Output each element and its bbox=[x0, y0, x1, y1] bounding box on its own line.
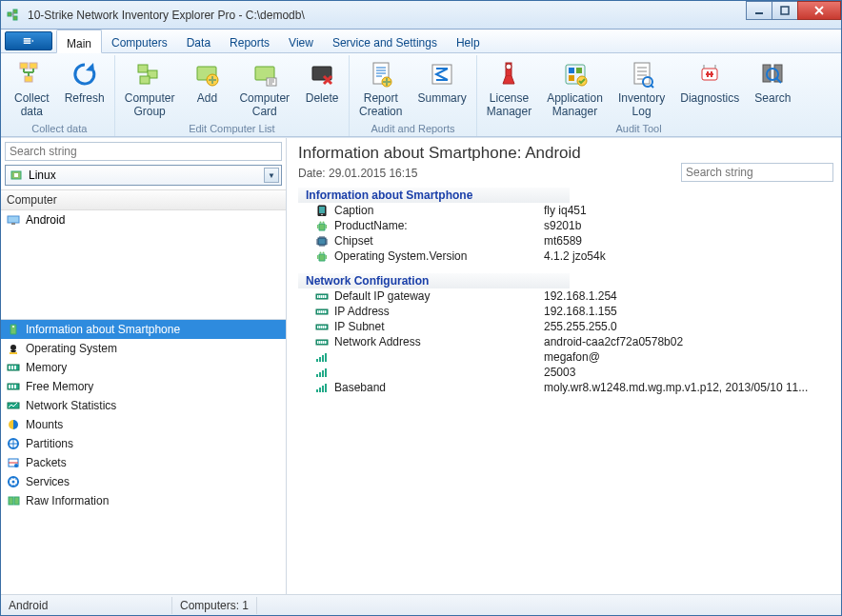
ribbon-label: Card bbox=[252, 105, 277, 118]
minimize-button[interactable] bbox=[746, 1, 772, 20]
group-combo[interactable]: Linux ▼ bbox=[5, 165, 282, 186]
svg-rect-6 bbox=[24, 40, 31, 42]
tab-help[interactable]: Help bbox=[447, 30, 490, 52]
svg-rect-10 bbox=[25, 76, 32, 82]
tab-main[interactable]: Main bbox=[56, 30, 102, 53]
appmgr-button[interactable]: ApplicationManager bbox=[541, 55, 609, 120]
license-button[interactable]: LicenseManager bbox=[481, 55, 537, 120]
tab-view[interactable]: View bbox=[279, 30, 323, 52]
section-title: Network Configuration bbox=[306, 274, 429, 288]
svg-rect-95 bbox=[321, 326, 323, 328]
property-row[interactable]: IP Address192.168.1.155 bbox=[298, 304, 833, 319]
category-item[interactable]: Raw Information bbox=[1, 491, 286, 510]
property-value: mt6589 bbox=[544, 234, 833, 248]
monitor-icon bbox=[7, 215, 20, 225]
section-header[interactable]: Network Configuration bbox=[298, 273, 570, 288]
summary-button[interactable]: Summary bbox=[411, 55, 471, 107]
diag-button[interactable]: Diagnostics bbox=[674, 55, 745, 107]
refresh-button[interactable]: Refresh bbox=[59, 55, 110, 107]
ribbon-label: data bbox=[21, 105, 43, 118]
property-row[interactable]: ProductName:s9201b bbox=[298, 218, 833, 233]
property-key: Baseband bbox=[334, 381, 544, 394]
svg-rect-8 bbox=[20, 63, 28, 69]
maximize-button[interactable] bbox=[772, 1, 798, 20]
right-search-input[interactable] bbox=[681, 163, 833, 182]
tree-item[interactable]: Android bbox=[1, 210, 286, 229]
column-header-computer[interactable]: Computer bbox=[1, 189, 286, 210]
tab-reports[interactable]: Reports bbox=[220, 30, 279, 52]
svg-rect-37 bbox=[8, 216, 19, 223]
search-icon bbox=[757, 59, 788, 89]
property-row[interactable]: megafon@ bbox=[298, 349, 833, 365]
svg-rect-96 bbox=[323, 326, 325, 328]
category-item[interactable]: Information about Smartphone bbox=[1, 320, 286, 339]
property-row[interactable]: Default IP gateway192.168.1.254 bbox=[298, 288, 833, 304]
tab-data[interactable]: Data bbox=[177, 30, 220, 52]
ribbon-label: Add bbox=[197, 91, 217, 105]
svg-point-53 bbox=[14, 464, 18, 467]
property-row[interactable]: Chipsetmt6589 bbox=[298, 233, 833, 248]
property-row[interactable]: IP Subnet255.255.255.0 bbox=[298, 319, 833, 334]
property-row[interactable]: Basebandmoly.wr8.w1248.md.wg.mp.v1.p12, … bbox=[298, 380, 833, 395]
category-item[interactable]: Services bbox=[1, 472, 286, 491]
property-row[interactable]: Operating System.Version4.1.2 jzo54k bbox=[298, 248, 833, 264]
file-menu-button[interactable] bbox=[5, 31, 52, 50]
category-item[interactable]: Operating System bbox=[1, 339, 286, 358]
tab-service-and-settings[interactable]: Service and Settings bbox=[323, 30, 447, 52]
category-item[interactable]: Partitions bbox=[1, 434, 286, 453]
svg-point-70 bbox=[320, 252, 322, 254]
svg-point-55 bbox=[12, 481, 15, 484]
svg-rect-106 bbox=[322, 355, 324, 362]
svg-rect-68 bbox=[326, 225, 328, 229]
ribbon: CollectdataRefreshCollect dataComputerGr… bbox=[1, 53, 841, 137]
add-icon bbox=[191, 59, 222, 89]
svg-rect-88 bbox=[319, 310, 321, 313]
svg-rect-94 bbox=[319, 326, 321, 328]
svg-rect-1 bbox=[13, 10, 17, 13]
category-item[interactable]: Memory bbox=[1, 358, 286, 377]
close-button[interactable] bbox=[797, 1, 841, 20]
property-key: Default IP gateway bbox=[334, 289, 544, 303]
svg-rect-93 bbox=[317, 326, 319, 328]
property-row[interactable]: Network Addressandroid-caa2cf72a0578b02 bbox=[298, 334, 833, 349]
ribbon-group-collect-data: CollectdataRefreshCollect data bbox=[5, 55, 115, 136]
chevron-down-icon[interactable]: ▼ bbox=[264, 168, 279, 183]
ribbon-group-edit-computer-list: ComputerGroupAddComputerCardDeleteEdit C… bbox=[115, 55, 350, 136]
category-item[interactable]: Free Memory bbox=[1, 377, 286, 396]
property-value: fly iq451 bbox=[544, 204, 833, 217]
report-button[interactable]: ReportCreation bbox=[353, 55, 408, 120]
ribbon-label: Inventory bbox=[618, 91, 665, 105]
group-button[interactable]: ComputerGroup bbox=[119, 55, 181, 120]
category-label: Packets bbox=[26, 456, 67, 469]
summary-icon bbox=[427, 59, 457, 89]
property-row[interactable]: 25003 bbox=[298, 365, 833, 380]
property-key: IP Subnet bbox=[334, 320, 544, 333]
collect-button[interactable]: Collectdata bbox=[9, 55, 55, 120]
category-item[interactable]: Network Statistics bbox=[1, 396, 286, 415]
category-item[interactable]: Mounts bbox=[1, 415, 286, 434]
card-button[interactable]: ComputerCard bbox=[233, 55, 295, 120]
section-header[interactable]: Information about Smartphone bbox=[298, 188, 570, 203]
add-button[interactable]: Add bbox=[184, 55, 230, 107]
left-search-input[interactable] bbox=[5, 142, 282, 161]
svg-point-65 bbox=[320, 222, 322, 224]
category-label: Operating System bbox=[26, 342, 117, 355]
row-icon bbox=[315, 367, 329, 378]
menubar: MainComputersDataReportsViewService and … bbox=[1, 30, 841, 53]
property-row[interactable]: Captionfly iq451 bbox=[298, 203, 833, 218]
search-button[interactable]: Search bbox=[749, 55, 796, 107]
delete-button[interactable]: Delete bbox=[299, 55, 345, 107]
computer-tree: Android bbox=[1, 210, 286, 229]
svg-rect-48 bbox=[11, 385, 13, 388]
svg-rect-103 bbox=[325, 341, 327, 344]
ribbon-label: License bbox=[490, 91, 529, 105]
invlog-button[interactable]: InventoryLog bbox=[612, 55, 671, 120]
status-left: Android bbox=[1, 597, 172, 614]
tab-computers[interactable]: Computers bbox=[102, 30, 177, 52]
category-item[interactable]: Packets bbox=[1, 453, 286, 472]
svg-rect-100 bbox=[319, 341, 321, 344]
ribbon-label: Collect bbox=[14, 91, 50, 105]
svg-point-23 bbox=[506, 64, 511, 70]
group-icon bbox=[134, 59, 165, 89]
svg-rect-50 bbox=[8, 403, 19, 408]
